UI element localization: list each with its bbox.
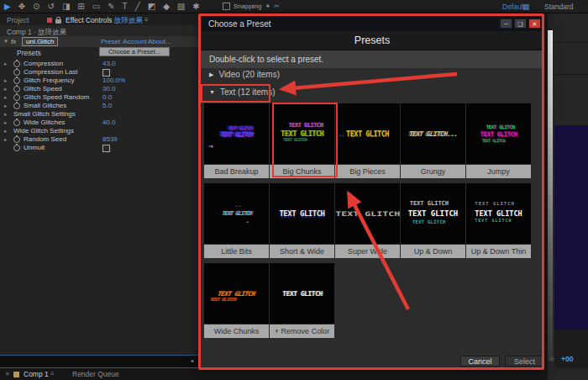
mask-shape-tool-icon[interactable]: ▭	[92, 0, 100, 13]
param-row-compression[interactable]: ► Compression 43.0	[0, 60, 199, 68]
preset-remove-color[interactable]: TEXT GLITCH + Remove Color	[270, 263, 334, 338]
preset-link[interactable]: Preset	[101, 38, 120, 45]
expander-icon[interactable]: ►	[3, 120, 8, 125]
account-link[interactable]: Account	[123, 38, 147, 45]
preset-thumbnail[interactable]: TEXT GLITCH	[270, 183, 334, 244]
preset-up-down[interactable]: TEXT GLITCH Up & Down	[401, 183, 465, 258]
param-row-unmult[interactable]: Unmult	[0, 144, 199, 152]
preset-thumbnail[interactable]: TEXT GLITCH	[270, 103, 334, 164]
expander-icon[interactable]: ►	[3, 87, 8, 92]
preset-thumbnail[interactable]: TEXT GLITCH...	[401, 103, 465, 164]
preset-big-chunks[interactable]: TEXT GLITCH Big Chunks	[270, 103, 334, 178]
preset-name[interactable]: Grungy	[401, 165, 465, 178]
timeline-option-icon[interactable]: ✦	[190, 358, 195, 365]
preset-name[interactable]: Bad Breakup	[204, 165, 269, 178]
param-value[interactable]: 0.0	[102, 93, 112, 101]
param-value[interactable]: 30.0	[102, 85, 116, 92]
param-value[interactable]: 100.0%	[102, 77, 125, 84]
selection-tool-icon[interactable]: ▶	[4, 0, 11, 13]
preset-grungy[interactable]: TEXT GLITCH... Grungy	[401, 103, 465, 178]
preset-wide-chunks[interactable]: TEXT GLITCH Wide Chunks	[204, 263, 269, 338]
camera-tool-icon[interactable]: ◨	[62, 0, 70, 13]
expander-icon[interactable]: ►	[3, 61, 8, 66]
param-value[interactable]: 40.0	[102, 119, 116, 126]
expander-icon[interactable]: ►	[3, 137, 8, 142]
preset-name[interactable]: Jumpy	[466, 165, 531, 178]
tab-project[interactable]: Project	[7, 16, 29, 24]
effect-header-row[interactable]: ▼ fx uni.Glitch Preset Account About...	[0, 36, 199, 47]
preset-name[interactable]: + Remove Color	[270, 325, 334, 338]
type-tool-icon[interactable]: T	[123, 0, 128, 13]
stopwatch-icon[interactable]	[13, 61, 20, 67]
expander-icon[interactable]: ►	[3, 95, 8, 100]
scissors-icon[interactable]: ✂	[274, 0, 280, 13]
effect-name[interactable]: uni.Glitch	[22, 37, 58, 46]
eraser-tool-icon[interactable]: ◆	[163, 0, 170, 13]
close-icon[interactable]: ✕	[5, 371, 10, 377]
preset-thumbnail[interactable]: TEXT GLITCH	[335, 183, 400, 244]
preset-name[interactable]: Big Chunks	[270, 165, 334, 178]
preset-thumbnail[interactable]: TEXT GLITCH	[204, 263, 269, 324]
preset-super-wide[interactable]: TEXT GLITCH Super Wide	[335, 183, 400, 258]
param-row-compression-last[interactable]: Compression Last	[0, 68, 199, 77]
preset-name[interactable]: Wide Chunks	[204, 325, 269, 338]
roto-brush-tool-icon[interactable]: ▨	[177, 0, 185, 13]
param-row-glitch-speed[interactable]: ► Glitch Speed 30.0	[0, 85, 199, 93]
workspace-grid-icon[interactable]: ▦	[522, 3, 529, 11]
expander-icon[interactable]: ►	[3, 78, 8, 83]
group-text[interactable]: ▼Text (12 items)	[209, 87, 276, 101]
preset-little-bits[interactable]: TEXT GLITCH Little Bits	[204, 183, 269, 258]
dialog-title-bar[interactable]: Choose a Preset ─ ❑ ✕	[201, 16, 543, 31]
dialog-scrollbar[interactable]	[548, 30, 553, 362]
puppet-pin-tool-icon[interactable]: ✱	[192, 0, 199, 13]
param-group-small-glitch-settings[interactable]: ► Small Glitch Settings	[0, 110, 199, 119]
stopwatch-icon[interactable]	[13, 136, 20, 143]
preset-name[interactable]: Short & Wide	[270, 245, 334, 258]
lock-icon[interactable]	[55, 19, 61, 24]
stopwatch-icon[interactable]	[13, 94, 20, 101]
preset-name[interactable]: Up & Down Thin	[466, 245, 531, 258]
pan-behind-tool-icon[interactable]: ⊞	[77, 0, 84, 13]
param-row-small-glitches[interactable]: ► Small Glitches 5.0	[0, 102, 199, 110]
maximize-icon[interactable]: ❑	[514, 18, 527, 29]
workspace-standard[interactable]: Standard	[544, 3, 574, 11]
preset-big-pieces[interactable]: TEXT GLITCH Big Pieces	[335, 103, 400, 178]
preset-thumbnail[interactable]: TEXT GLITCH	[466, 103, 531, 164]
preset-bad-breakup[interactable]: TEXT GLITCH Bad Breakup	[204, 103, 269, 178]
preset-name[interactable]: Little Bits	[204, 245, 269, 258]
param-checkbox[interactable]	[102, 69, 110, 77]
preset-thumbnail[interactable]: TEXT GLITCH	[204, 183, 269, 244]
expander-icon[interactable]: ▼	[3, 39, 8, 44]
expander-icon[interactable]: ►	[3, 129, 8, 134]
stopwatch-icon[interactable]	[13, 86, 20, 92]
preset-name[interactable]: Up & Down	[401, 245, 465, 258]
stopwatch-icon[interactable]	[13, 119, 20, 126]
param-checkbox[interactable]	[102, 145, 110, 152]
expander-icon[interactable]: ►	[3, 112, 8, 117]
chevron-down-icon[interactable]: ▼	[209, 89, 215, 95]
stopwatch-icon[interactable]	[13, 145, 20, 151]
rotate-tool-icon[interactable]: ↺	[47, 0, 54, 13]
stopwatch-icon[interactable]: ○	[550, 355, 554, 362]
preset-jumpy[interactable]: TEXT GLITCH Jumpy	[466, 103, 531, 178]
param-group-wide-glitch-settings[interactable]: ► Wide Glitch Settings	[0, 127, 199, 135]
brush-tool-icon[interactable]: ╱	[135, 0, 140, 13]
cancel-button[interactable]: Cancel	[460, 356, 500, 367]
stopwatch-icon[interactable]	[13, 103, 20, 109]
panel-menu-icon[interactable]: ≡	[50, 370, 55, 377]
stopwatch-icon[interactable]	[13, 69, 20, 76]
snapping-checkbox[interactable]	[223, 3, 230, 10]
preset-thumbnail[interactable]: TEXT GLITCH	[401, 183, 465, 244]
preset-thumbnail[interactable]: TEXT GLITCH	[204, 103, 269, 164]
preset-name[interactable]: Super Wide	[335, 245, 400, 258]
expander-icon[interactable]: ►	[3, 103, 8, 108]
param-row-random-seed[interactable]: ► Random Seed 8539	[0, 135, 199, 144]
param-row-wide-glitches[interactable]: ► Wide Glitches 40.0	[0, 119, 199, 127]
preset-up-down-thin[interactable]: TEXT GLITCH Up & Down Thin	[466, 183, 531, 258]
hand-tool-icon[interactable]: ✥	[18, 0, 25, 13]
group-video[interactable]: ▶Video (20 items)	[209, 70, 280, 83]
param-value[interactable]: 5.0	[102, 102, 112, 109]
minimize-icon[interactable]: ─	[500, 18, 512, 29]
preset-thumbnail[interactable]: TEXT GLITCH	[335, 103, 400, 164]
param-value[interactable]: 43.0	[102, 60, 116, 67]
